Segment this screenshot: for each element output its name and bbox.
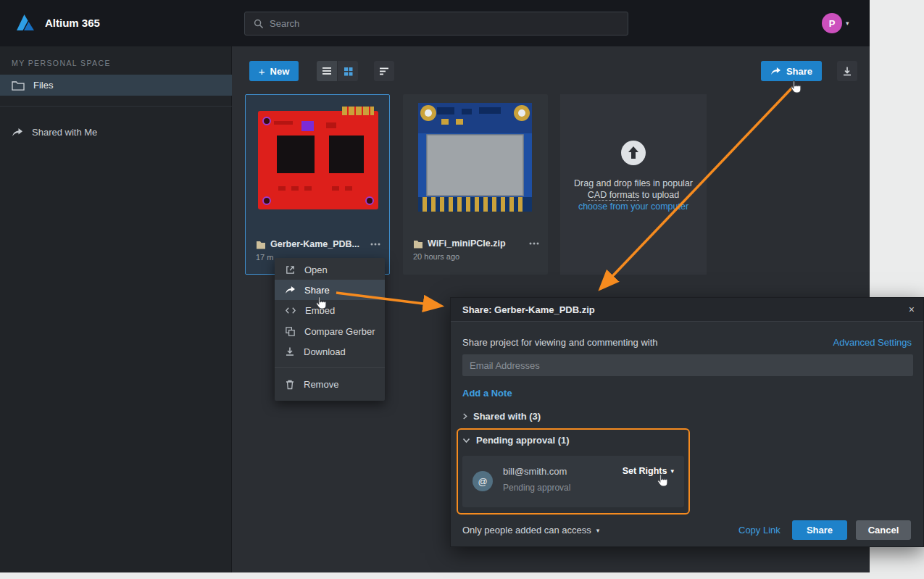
search-input[interactable] — [264, 18, 628, 29]
menu-item-embed[interactable]: Embed — [275, 300, 385, 320]
dropzone-text-line1: Drag and drop files in popular — [560, 178, 707, 188]
grid-view-button[interactable] — [338, 61, 358, 81]
caret-down-icon: ▾ — [596, 527, 600, 534]
avatar-caret-icon[interactable]: ▾ — [846, 20, 849, 27]
shared-with-toggle[interactable]: Shared with (3) — [462, 411, 541, 422]
dropzone-text-line2: CAD formats to upload — [560, 190, 707, 200]
at-icon: @ — [478, 476, 487, 487]
cad-formats-link[interactable]: CAD formats — [588, 190, 640, 201]
open-icon — [285, 264, 296, 275]
copy-link-button[interactable]: Copy Link — [738, 525, 781, 536]
sidebar-item-shared-with-me[interactable]: Shared with Me — [0, 122, 232, 143]
app-title: Altium 365 — [45, 0, 100, 46]
more-icon[interactable] — [529, 242, 539, 245]
upload-dropzone[interactable]: Drag and drop files in popular CAD forma… — [560, 94, 707, 275]
trash-icon — [285, 379, 295, 390]
new-button[interactable]: + New — [249, 61, 299, 81]
page: Altium 365 P ▾ MY PERSONAL SPACE Files — [0, 0, 924, 579]
sidebar-item-label: Files — [33, 80, 53, 91]
altium-logo-icon — [13, 11, 38, 36]
download-button-top[interactable] — [837, 61, 857, 81]
share-dialog: Share: Gerber-Kame_PDB.zip × Share proje… — [450, 297, 924, 547]
user-avatar: @ — [473, 471, 493, 491]
list-view-button[interactable] — [317, 61, 337, 81]
grid-view-icon — [344, 67, 353, 76]
sidebar-section-label: MY PERSONAL SPACE — [12, 59, 111, 67]
compare-gerber-icon — [285, 326, 296, 337]
dialog-share-button[interactable]: Share — [792, 520, 847, 540]
more-icon[interactable] — [370, 243, 380, 246]
file-time: 20 hours ago — [413, 252, 459, 261]
pending-approval-toggle[interactable]: Pending approval (1) — [462, 435, 570, 446]
menu-item-share[interactable]: Share — [275, 280, 385, 300]
sidebar-item-label: Shared with Me — [32, 127, 97, 138]
chevron-right-icon — [462, 412, 467, 420]
sidebar-divider — [0, 106, 232, 107]
access-option-label: Only people added can access — [462, 525, 591, 536]
pending-user-row: @ bill@smith.com Pending approval Set Ri… — [462, 456, 684, 507]
avatar[interactable]: P — [822, 13, 842, 33]
download-icon — [842, 66, 852, 76]
shared-icon — [12, 128, 23, 137]
list-view-icon — [322, 67, 332, 75]
choose-from-computer-link[interactable]: choose from your computer — [560, 201, 707, 212]
file-icon — [256, 240, 266, 249]
share-dialog-title: Share: Gerber-Kame_PDB.zip — [462, 298, 595, 322]
file-name: WiFi_miniPCIe.zip — [428, 238, 525, 249]
sort-button[interactable] — [374, 61, 394, 81]
file-card-gerber[interactable]: Gerber-Kame_PDB... 17 m — [245, 94, 390, 275]
menu-item-compare-gerber[interactable]: Compare Gerber — [275, 321, 385, 341]
menu-item-label: Remove — [304, 379, 338, 390]
sidebar: MY PERSONAL SPACE Files Shared with Me — [0, 46, 232, 572]
menu-item-label: Share — [304, 285, 330, 296]
close-icon[interactable]: × — [909, 298, 915, 322]
add-a-note-link[interactable]: Add a Note — [462, 388, 512, 399]
caret-down-icon: ▾ — [670, 467, 674, 475]
menu-item-open[interactable]: Open — [275, 259, 385, 280]
download-icon — [285, 346, 295, 357]
share-icon — [285, 286, 296, 294]
menu-item-download[interactable]: Download — [275, 341, 385, 362]
sidebar-item-files[interactable]: Files — [0, 75, 232, 96]
dialog-cancel-button[interactable]: Cancel — [856, 520, 911, 540]
plus-icon: + — [259, 65, 265, 78]
file-time: 17 m — [256, 253, 273, 262]
pending-approval-label: Pending approval (1) — [476, 435, 570, 446]
context-menu: Open Share Embed Compare — [275, 258, 385, 401]
menu-divider — [275, 367, 385, 368]
menu-item-label: Compare Gerber — [304, 326, 375, 337]
chevron-down-icon — [462, 438, 470, 443]
topbar: Altium 365 P ▾ — [0, 0, 870, 46]
share-icon — [770, 67, 781, 75]
set-rights-label: Set Rights — [623, 466, 667, 476]
file-icon — [413, 239, 423, 249]
file-card-wifi[interactable]: WiFi_miniPCIe.zip 20 hours ago — [403, 94, 548, 275]
new-button-label: New — [270, 66, 290, 77]
access-option-dropdown[interactable]: Only people added can access ▾ — [462, 525, 599, 536]
sort-icon — [379, 67, 389, 76]
menu-item-label: Open — [304, 264, 328, 275]
search-icon — [254, 19, 264, 29]
file-name: Gerber-Kame_PDB... — [270, 239, 366, 249]
upload-icon — [621, 141, 646, 165]
embed-icon — [285, 305, 296, 316]
menu-item-remove[interactable]: Remove — [275, 374, 385, 394]
set-rights-dropdown[interactable]: Set Rights ▾ — [623, 466, 674, 476]
advanced-settings-link[interactable]: Advanced Settings — [833, 337, 912, 348]
menu-item-label: Download — [304, 346, 346, 357]
folder-icon — [12, 80, 25, 91]
share-dialog-header: Share: Gerber-Kame_PDB.zip × — [451, 298, 923, 322]
wifi-pcb-thumbnail — [415, 101, 535, 214]
menu-item-label: Embed — [305, 305, 335, 316]
share-button-label: Share — [786, 66, 812, 77]
share-button-top[interactable]: Share — [761, 61, 822, 81]
search-bar[interactable] — [244, 12, 628, 36]
share-dialog-subtitle: Share project for viewing and commenting… — [462, 337, 658, 348]
email-addresses-input[interactable] — [462, 354, 913, 376]
dropzone-after-cad: to upload — [639, 190, 679, 200]
pending-user-status: Pending approval — [503, 483, 570, 493]
shared-with-label: Shared with (3) — [473, 411, 541, 422]
gerber-pcb-thumbnail — [257, 105, 380, 214]
pending-user-email: bill@smith.com — [503, 466, 567, 477]
